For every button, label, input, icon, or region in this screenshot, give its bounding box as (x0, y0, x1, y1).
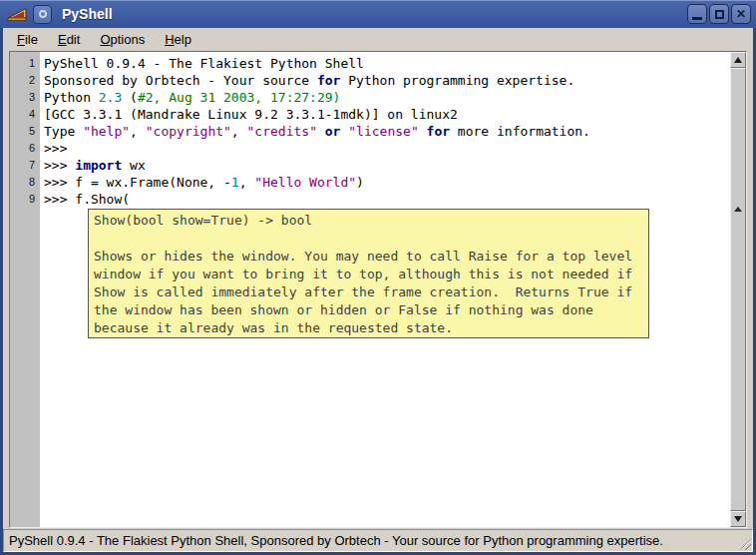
calltip-line: window if you want to bring it to top, a… (94, 266, 643, 283)
menubar: FileEditOptionsHelp (3, 28, 753, 51)
scroll-up-button[interactable] (730, 52, 746, 68)
scroll-down-button[interactable] (730, 511, 746, 527)
window-controls: ✕ (687, 4, 751, 24)
line-number-margin: 123456789 (10, 52, 40, 527)
minimize-icon (692, 17, 702, 20)
maximize-icon (715, 10, 724, 19)
calltip-line: Show(bool show=True) -> bool (94, 212, 643, 230)
window-menu-button[interactable] (33, 5, 52, 24)
minimize-button[interactable] (687, 4, 707, 24)
line-number: 1 (10, 55, 40, 72)
shell-line: >>> (44, 140, 730, 157)
shell-line: Sponsored by Orbtech - Your source for P… (44, 72, 730, 89)
shell-line: >>> f = wx.Frame(None, -1, "Hello World"… (44, 174, 730, 191)
arrow-up-icon (734, 57, 742, 63)
client-area: FileEditOptionsHelp 123456789 PyShell 0.… (3, 28, 753, 552)
menu-options[interactable]: Options (90, 30, 155, 50)
menu-edit[interactable]: Edit (48, 30, 90, 50)
pie-slice-icon (7, 5, 27, 24)
calltip-line (94, 230, 643, 248)
close-icon: ✕ (736, 8, 746, 20)
line-number: 3 (10, 89, 40, 106)
calltip-line: because it already was in the requested … (94, 319, 643, 337)
shell-line: Type "help", "copyright", "credits" or "… (44, 123, 730, 140)
circle-icon (39, 10, 47, 18)
titlebar[interactable]: PyShell ✕ (0, 0, 756, 28)
menu-file[interactable]: File (7, 30, 48, 50)
calltip-line: the window has been shown or hidden or F… (94, 301, 643, 319)
vertical-scrollbar[interactable] (730, 52, 746, 527)
close-button[interactable]: ✕ (731, 4, 751, 24)
shell-line: Python 2.3 (#2, Aug 31 2003, 17:27:29) (44, 89, 730, 106)
menu-help[interactable]: Help (155, 30, 201, 50)
pyshell-window: PyShell ✕ FileEditOptionsHelp 123456789 … (0, 0, 756, 555)
scrollbar-thumb[interactable] (730, 68, 746, 511)
line-number: 6 (10, 140, 40, 157)
window-title: PyShell (62, 6, 113, 22)
arrow-down-icon (734, 516, 742, 522)
shell-line: >>> f.Show( (44, 191, 730, 208)
thumb-grip-icon (734, 207, 742, 212)
statusbar: PyShell 0.9.4 - The Flakiest Python Shel… (3, 529, 753, 552)
line-number: 7 (10, 157, 40, 174)
line-number: 9 (10, 191, 40, 208)
line-number: 2 (10, 72, 40, 89)
calltip-line: Shows or hides the window. You may need … (94, 248, 643, 266)
calltip: Show(bool show=True) -> boolShows or hid… (88, 209, 649, 338)
line-number: 5 (10, 123, 40, 140)
resize-grip[interactable] (738, 537, 751, 550)
line-number: 8 (10, 174, 40, 191)
line-number: 4 (10, 106, 40, 123)
calltip-line: Show is called immediately after the fra… (94, 283, 643, 301)
statusbar-text: PyShell 0.9.4 - The Flakiest Python Shel… (9, 533, 663, 548)
shell-line: PyShell 0.9.4 - The Flakiest Python Shel… (44, 55, 730, 72)
maximize-button[interactable] (709, 4, 729, 24)
shell-line: [GCC 3.3.1 (Mandrake Linux 9.2 3.3.1-1md… (44, 106, 730, 123)
shell-line: >>> import wx (44, 157, 730, 174)
